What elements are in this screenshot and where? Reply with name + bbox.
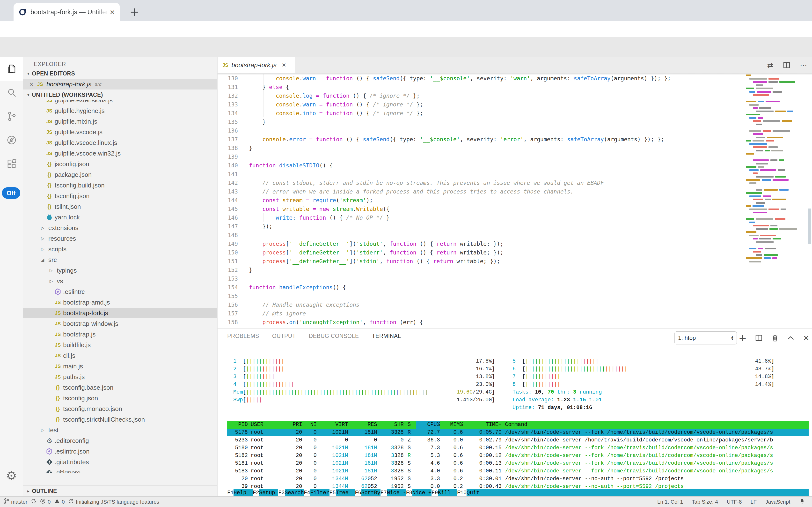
process-row[interactable]: 5182root2001021M181M3328R5.30.60:00.12/d… <box>227 452 809 460</box>
file-item-tsconfig.strictNullChecks.json[interactable]: {}tsconfig.strictNullChecks.json <box>23 414 217 425</box>
file-item-bootstrap-amd.js[interactable]: JSbootstrap-amd.js <box>23 297 217 308</box>
language-status[interactable]: Initializing JS/TS language features <box>68 498 159 506</box>
file-item-tslint.json[interactable]: {}tslint.json <box>23 201 217 212</box>
code-line[interactable]: } <box>249 144 740 152</box>
file-item-.eslintrc.json[interactable]: .eslintrc.json <box>23 446 217 457</box>
close-panel-icon[interactable]: ✕ <box>800 331 812 344</box>
file-item-bootstrap-window.js[interactable]: JSbootstrap-window.js <box>23 318 217 329</box>
code-content[interactable]: console.warn = function () { safeSend({ … <box>249 74 740 328</box>
code-line[interactable] <box>249 231 740 239</box>
problems-errors[interactable]: 0 <box>40 498 51 506</box>
process-row[interactable]: 5178root2001021M181M3328R72.70.60:05.70/… <box>227 429 809 436</box>
section-workspace[interactable]: ▾ UNTITLED (WORKSPACE) <box>23 90 217 100</box>
file-item-test[interactable]: ▷test <box>23 425 217 435</box>
code-line[interactable]: console.warn = function () { safeSend({ … <box>249 74 740 83</box>
file-item-buildfile.js[interactable]: JSbuildfile.js <box>23 340 217 350</box>
file-item-tsconfig.json[interactable]: {}tsconfig.json <box>23 393 217 403</box>
code-line[interactable]: process.on('uncaughtException', function… <box>249 318 740 327</box>
fkey-label-f10[interactable]: Quit <box>466 489 486 497</box>
activity-extensions-icon[interactable] <box>0 152 23 176</box>
file-item-paths.js[interactable]: JSpaths.js <box>23 372 217 382</box>
process-row[interactable]: 5233root200000Z36.30.00:02.79/dev/shm/bi… <box>227 436 809 444</box>
code-editor[interactable]: 1301311321331341351361371381391401411421… <box>217 73 812 328</box>
fkey-label-f5[interactable]: Tree <box>336 489 355 497</box>
encoding[interactable]: UTF-8 <box>727 499 742 505</box>
code-line[interactable]: process['__defineGetter__']('stdout', fu… <box>249 239 740 248</box>
panel-tab-terminal[interactable]: TERMINAL <box>372 333 401 339</box>
code-line[interactable]: const writable = new stream.Writable({ <box>249 205 740 213</box>
file-item-tsconfig.monaco.json[interactable]: {}tsconfig.monaco.json <box>23 403 217 414</box>
file-item-bootstrap.js[interactable]: JSbootstrap.js <box>23 329 217 340</box>
file-item-.gitattributes[interactable]: .gitattributes <box>23 457 217 467</box>
file-item-gulpfile.hygiene.js[interactable]: JSgulpfile.hygiene.js <box>23 106 217 116</box>
panel-tab-problems[interactable]: PROBLEMS <box>227 333 259 339</box>
code-line[interactable] <box>249 292 740 300</box>
process-row[interactable]: 5183root2001021M181M3328S4.00.60:00.11/d… <box>227 467 809 475</box>
file-item-.gitignore[interactable]: .gitignore <box>23 467 217 473</box>
browser-tab[interactable]: bootstrap-fork.js — Untitled (W ✕ <box>13 3 120 21</box>
file-item-package.json[interactable]: {}package.json <box>23 169 217 180</box>
activity-source-control-icon[interactable] <box>0 105 23 128</box>
fkey-label-f3[interactable]: Search <box>285 489 304 497</box>
git-branch-status[interactable]: master <box>4 498 27 506</box>
file-item-tsconfig.base.json[interactable]: {}tsconfig.base.json <box>23 382 217 393</box>
fkey-label-f4[interactable]: Filter <box>310 489 329 497</box>
editor-tab[interactable]: JS bootstrap-fork.js ✕ <box>217 57 295 73</box>
sync-button[interactable] <box>31 498 37 506</box>
settings-gear-icon[interactable]: ⚙ <box>0 469 23 483</box>
code-line[interactable]: } else { <box>249 83 740 92</box>
file-item-bootstrap-fork.js[interactable]: JSbootstrap-fork.js <box>23 308 217 318</box>
close-icon[interactable]: ✕ <box>29 81 34 87</box>
file-item-.eslintrc[interactable]: .eslintrc <box>23 286 217 297</box>
section-open-editors[interactable]: ▾ OPEN EDITORS <box>23 68 217 79</box>
code-line[interactable]: } <box>249 266 740 274</box>
code-line[interactable]: process['__defineGetter__']('stderr', fu… <box>249 248 740 257</box>
code-line[interactable]: const stream = require('stream'); <box>249 196 740 205</box>
file-item-typings[interactable]: ▷typings <box>23 265 217 276</box>
tab-close-icon[interactable]: ✕ <box>110 8 115 16</box>
code-line[interactable] <box>249 170 740 178</box>
fkey-label-f8[interactable]: Nice + <box>413 489 432 497</box>
bell-icon[interactable] <box>799 498 805 506</box>
code-line[interactable]: function disableSTDIO() { <box>249 161 740 170</box>
open-editor-item[interactable]: ✕ JS bootstrap-fork.js src <box>23 79 217 90</box>
activity-debug-icon[interactable] <box>0 128 23 152</box>
fkey-f9[interactable]: F9 <box>432 489 438 497</box>
code-line[interactable]: write: function () { /* No OP */ } <box>249 213 740 222</box>
fkey-label-f1[interactable]: Help <box>234 489 253 497</box>
file-item-gulpfile.vscode.linux.js[interactable]: JSgulpfile.vscode.linux.js <box>23 137 217 148</box>
code-line[interactable]: process['__defineGetter__']('stdin', fun… <box>249 257 740 266</box>
code-line[interactable]: console.warn = function () { /* ignore *… <box>249 100 740 109</box>
file-item-src[interactable]: ◢src <box>23 255 217 265</box>
code-line[interactable] <box>249 126 740 135</box>
maximize-panel-icon[interactable] <box>784 331 797 344</box>
new-terminal-icon[interactable]: + <box>736 331 749 344</box>
panel-tab-debug-console[interactable]: DEBUG CONSOLE <box>309 333 359 339</box>
code-line[interactable]: function handleExceptions() { <box>249 283 740 292</box>
problems-warnings[interactable]: 0 <box>54 498 65 506</box>
file-item-gulpfile.mixin.js[interactable]: JSgulpfile.mixin.js <box>23 116 217 127</box>
cursor-position[interactable]: Ln 1, Col 1 <box>657 499 683 505</box>
file-item-cli.js[interactable]: JScli.js <box>23 350 217 361</box>
file-item-yarn.lock[interactable]: yarn.lock <box>23 212 217 223</box>
file-item-scripts[interactable]: ▷scripts <box>23 244 217 255</box>
eol[interactable]: LF <box>751 499 757 505</box>
fkey-f5[interactable]: F5 <box>329 489 336 497</box>
fkey-f1[interactable]: F1 <box>227 489 234 497</box>
htop-table-header[interactable]: PIDUSERPRINIVIRTRESSHRSCPU%MEM%TIME+Comm… <box>227 421 809 429</box>
fkey-label-f7[interactable]: Nice - <box>387 489 406 497</box>
code-line[interactable]: }); <box>249 222 740 231</box>
code-line[interactable] <box>249 152 740 161</box>
fkey-f6[interactable]: F6 <box>355 489 361 497</box>
code-line[interactable]: // const stdout, stderr and stdin be no-… <box>249 178 740 187</box>
code-line[interactable]: console.log = function () { /* ignore */… <box>249 92 740 100</box>
editor-scrollbar[interactable] <box>808 209 811 244</box>
fkey-label-f6[interactable]: SortBy <box>361 489 380 497</box>
fkey-f4[interactable]: F4 <box>304 489 310 497</box>
fkey-f10[interactable]: F10 <box>457 489 467 497</box>
code-line[interactable]: console.error = function () { safeSend({… <box>249 135 740 144</box>
collaboration-off-badge[interactable]: Off <box>2 187 20 199</box>
fkey-f7[interactable]: F7 <box>380 489 387 497</box>
fkey-f2[interactable]: F2 <box>253 489 259 497</box>
fkey-label-f9[interactable]: Kill <box>438 489 457 497</box>
